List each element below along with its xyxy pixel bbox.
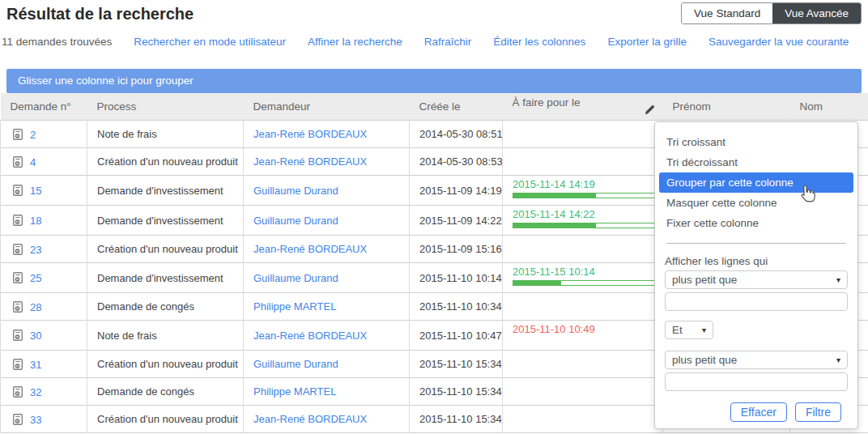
request-id-link[interactable]: 30 [30,330,41,342]
due-date-cell [503,293,663,321]
column-header[interactable]: Process [87,93,244,121]
document-gear-icon [11,413,24,426]
document-gear-icon [11,214,24,227]
process-cell: Création d'un nouveau produit [87,406,244,433]
created-date-cell: 2015-11-10 15:34 [410,406,503,433]
request-id-link[interactable]: 33 [30,414,41,426]
request-id-link[interactable]: 28 [30,301,41,313]
column-context-menu: Tri croissantTri décroissantGrouper par … [654,121,858,429]
created-date-cell: 2015-11-09 14:22 [410,206,503,236]
toolbar-link[interactable]: Rafraîchir [424,36,472,48]
created-date-cell: 2015-11-10 10:34 [410,293,503,321]
due-progress-fill [513,281,561,285]
due-date-cell [503,378,663,406]
filter-operator-select-1[interactable]: plus petit que ▾ [665,270,848,289]
request-id-link[interactable]: 4 [30,156,36,168]
demandeur-cell: Guillaume Durand [244,351,410,378]
process-cell: Création d'un nouveau produit [87,351,244,378]
due-date-cell: 2015-11-15 10:14 [503,263,663,293]
created-date-cell: 2015-11-10 15:34 [410,351,503,378]
process-cell: Demande de congés [87,378,244,406]
due-date-text: 2015-11-14 14:19 [513,178,662,190]
due-date-cell [503,406,663,433]
clear-filter-button[interactable]: Effacer [730,402,787,422]
created-date-cell: 2015-11-09 15:16 [410,236,503,263]
toolbar-link[interactable]: Éditer les colonnes [493,36,585,48]
vue-standard-button[interactable]: Vue Standard [682,3,772,23]
document-gear-icon [11,271,24,284]
column-header[interactable]: Prénom [663,93,790,121]
request-id-link[interactable]: 32 [30,386,41,398]
request-id-cell: 4 [1,148,87,176]
menu-item[interactable]: Tri décroissant [655,152,857,172]
column-header[interactable]: Créée le [410,93,503,121]
menu-item[interactable]: Grouper par cette colonne [659,172,853,193]
group-drop-zone[interactable]: Glisser une colonne ici pour grouper [6,69,862,93]
request-id-cell: 23 [1,236,87,263]
column-header[interactable]: Demande n° [1,93,87,121]
due-progress-fill [513,194,596,198]
filter-value-input-2[interactable] [665,372,848,391]
demandeur-cell: Guillaume Durand [244,206,410,236]
filter-operator-1-value: plus petit que [672,272,737,287]
menu-item[interactable]: Tri croissant [655,132,857,152]
chevron-down-icon: ▾ [702,322,706,338]
toolbar-link[interactable]: Exporter la grille [607,36,687,48]
created-date-cell: 2014-05-30 08:51 [410,121,503,148]
column-header[interactable]: Nom [790,93,868,121]
demandeur-link[interactable]: Guillaume Durand [253,215,338,227]
due-progress-bar [513,223,659,228]
request-id-cell: 32 [1,378,87,406]
due-date-cell [503,236,663,263]
demandeur-link[interactable]: Guillaume Durand [253,272,338,284]
due-date-text: 2015-11-10 10:49 [513,323,662,335]
apply-filter-button[interactable]: Filtre [795,402,841,422]
view-toggle: Vue Standard Vue Avancée [681,2,862,24]
demandeur-cell: Philippe MARTEL [244,293,410,321]
demandeur-link[interactable]: Philippe MARTEL [253,385,336,398]
demandeur-link[interactable]: Jean-René BORDEAUX [253,243,367,255]
column-header[interactable]: À faire pour le [503,93,663,121]
menu-item[interactable]: Fixer cette colonne [655,213,857,233]
menu-item[interactable]: Masquer cette colonne [655,193,857,213]
demandeur-link[interactable]: Guillaume Durand [253,358,338,370]
demandeur-link[interactable]: Jean-René BORDEAUX [253,413,367,425]
process-cell: Création d'un nouveau produit [87,148,244,176]
request-id-link[interactable]: 25 [30,272,41,284]
due-progress-bar [513,280,659,286]
demandeur-link[interactable]: Jean-René BORDEAUX [253,128,367,140]
request-id-link[interactable]: 15 [30,185,41,197]
demandeur-link[interactable]: Philippe MARTEL [253,300,336,313]
demandeur-link[interactable]: Jean-René BORDEAUX [253,330,367,342]
demandeur-cell: Jean-René BORDEAUX [244,121,410,148]
request-id-link[interactable]: 18 [30,215,41,227]
created-date-cell: 2015-11-10 10:14 [410,263,503,293]
toolbar-link[interactable]: Rechercher en mode utilisateur [134,36,286,48]
pencil-icon[interactable] [645,104,655,117]
toolbar-link[interactable]: Sauvegarder la vue courante [708,36,849,48]
column-header[interactable]: Demandeur [244,93,410,121]
filter-operator-select-2[interactable]: plus petit que ▾ [665,351,848,369]
filter-logic-select[interactable]: Et ▾ [665,321,713,339]
created-date-cell: 2015-11-10 10:47 [410,321,503,351]
column-header-label: Créée le [419,100,461,113]
request-id-cell: 2 [1,121,87,148]
table-header-row: Demande n°ProcessDemandeurCréée leÀ fair… [1,93,868,121]
created-date-cell: 2014-05-30 08:53 [410,148,503,176]
toolbar-link[interactable]: Affiner la recherche [308,36,402,48]
filter-value-input-1[interactable] [665,292,848,311]
request-id-link[interactable]: 2 [30,129,36,141]
due-progress-fill [513,223,596,228]
demandeur-link[interactable]: Guillaume Durand [253,185,338,197]
column-header-label: Nom [800,100,823,113]
request-id-link[interactable]: 23 [30,244,41,256]
due-date-cell [503,148,663,176]
process-cell: Demande d'investissement [87,206,244,236]
toolbar: 11 demandes trouvées Rechercher en mode … [2,36,865,48]
request-id-link[interactable]: 31 [30,359,41,371]
demandeur-link[interactable]: Jean-René BORDEAUX [253,155,367,168]
chevron-down-icon: ▾ [836,352,840,368]
vue-avancee-button[interactable]: Vue Avancée [772,3,861,23]
demandeur-cell: Jean-René BORDEAUX [244,148,410,176]
demandeur-cell: Jean-René BORDEAUX [244,406,410,433]
